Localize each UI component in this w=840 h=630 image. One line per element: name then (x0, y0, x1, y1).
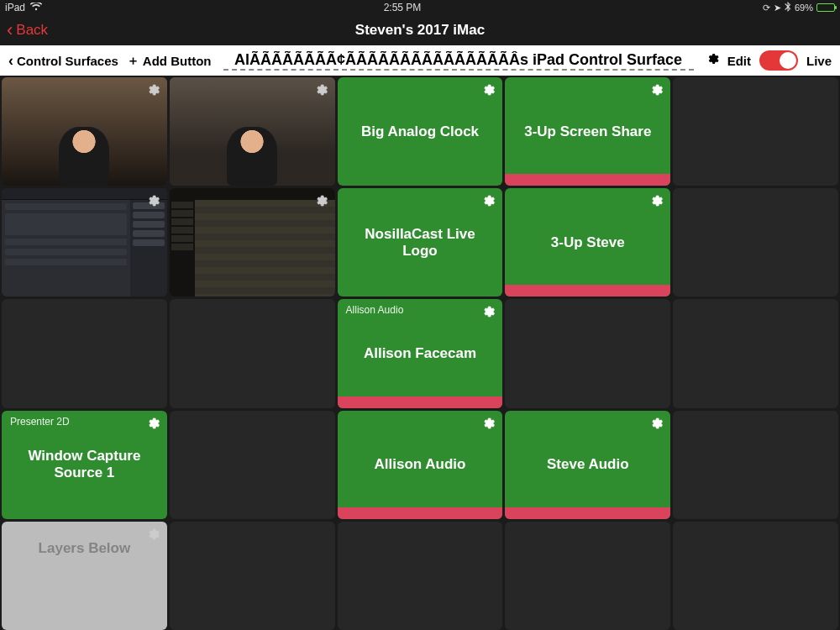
tile-label: Big Analog Clock (338, 77, 503, 186)
empty-slot[interactable] (673, 299, 838, 407)
empty-slot[interactable] (673, 522, 838, 630)
steve-audio-tile[interactable]: Steve Audio (505, 411, 670, 519)
battery-icon (816, 3, 835, 12)
empty-slot[interactable] (170, 411, 335, 519)
3up-steve-tile[interactable]: 3-Up Steve (505, 188, 670, 297)
back-button[interactable]: ‹ Back (7, 15, 48, 45)
big-analog-clock-tile[interactable]: Big Analog Clock (338, 77, 503, 186)
tile-label: Window Capture Source 1 (2, 411, 167, 519)
chevron-left-icon: ‹ (8, 52, 13, 70)
device-label: iPad (5, 2, 25, 13)
back-label: Back (16, 22, 48, 39)
nosillacast-live-logo-tile[interactable]: NosillaCast Live Logo (338, 188, 503, 297)
orientation-lock-icon: ⟳ (763, 3, 770, 13)
gear-icon[interactable] (480, 82, 496, 97)
allison-audio-tile[interactable]: Allison Audio (338, 411, 503, 519)
battery-pct: 69% (795, 3, 813, 13)
gear-icon[interactable] (313, 82, 328, 97)
gear-icon[interactable] (145, 527, 160, 542)
tile-label: Allison Audio (338, 411, 503, 519)
location-icon: ➤ (774, 3, 781, 13)
clock: 2:55 PM (384, 2, 422, 13)
tile-label: NosillaCast Live Logo (338, 188, 503, 297)
tile-status-bar (505, 285, 670, 297)
layers-below-tile[interactable]: Layers Below (2, 522, 167, 630)
3up-screen-share-tile[interactable]: 3-Up Screen Share (505, 77, 670, 186)
window-capture-tile[interactable]: Presenter 2DWindow Capture Source 1 (2, 411, 167, 519)
empty-slot[interactable] (338, 522, 503, 630)
video-tile-1[interactable] (2, 77, 167, 186)
gear-icon[interactable] (648, 82, 664, 97)
gear-icon[interactable] (648, 193, 664, 208)
gear-icon[interactable] (145, 416, 160, 431)
empty-slot[interactable] (673, 188, 838, 297)
empty-slot[interactable] (170, 299, 335, 407)
add-button-label: Add Button (143, 54, 212, 68)
empty-slot[interactable] (673, 411, 838, 519)
allison-facecam-tile[interactable]: Allison AudioAllison Facecam (338, 299, 503, 407)
empty-slot[interactable] (673, 77, 838, 186)
add-button[interactable]: ＋ Add Button (127, 53, 212, 69)
nav-bar: ‹ Back Steven's 2017 iMac (0, 15, 840, 45)
gear-icon[interactable] (648, 416, 664, 431)
empty-slot[interactable] (170, 522, 335, 630)
plus-icon: ＋ (127, 53, 139, 69)
tile-label: 3-Up Screen Share (505, 77, 670, 186)
control-surfaces-back-button[interactable]: ‹ Control Surfaces (8, 52, 118, 70)
live-label: Live (806, 54, 832, 68)
tile-label: 3-Up Steve (505, 188, 670, 297)
discord-tile[interactable] (2, 188, 167, 297)
surface-settings-button[interactable] (706, 52, 719, 69)
bluetooth-icon (785, 2, 791, 13)
empty-slot[interactable] (505, 522, 670, 630)
control-surfaces-label: Control Surfaces (17, 54, 118, 68)
video-tile-2[interactable] (170, 77, 335, 186)
live-toggle[interactable] (759, 50, 798, 71)
toolbar: ‹ Control Surfaces ＋ Add Button AlÃÃÃÃÃÃ… (0, 45, 840, 76)
chevron-left-icon: ‹ (7, 21, 13, 39)
tile-grid: Big Analog Clock3-Up Screen ShareNosilla… (0, 76, 840, 630)
wifi-icon (30, 2, 42, 13)
tile-status-bar (338, 396, 503, 408)
edit-label: Edit (727, 54, 751, 68)
surface-name-field[interactable]: AlÃÃÃÃÃÃÃÃ¢ÃÃÃÃÃÃÃÃÃÃÃÃÃÃÃÂs iPad Contro… (223, 51, 694, 71)
gear-icon[interactable] (480, 193, 496, 208)
tile-status-bar (338, 507, 503, 519)
editor-tile[interactable] (170, 188, 335, 297)
tile-label: Layers Below (2, 522, 167, 630)
tile-label: Allison Facecam (338, 299, 503, 407)
page-title: Steven's 2017 iMac (355, 22, 485, 39)
ios-status-bar: iPad 2:55 PM ⟳ ➤ 69% (0, 0, 840, 15)
gear-icon[interactable] (480, 304, 496, 319)
gear-icon[interactable] (145, 82, 160, 97)
gear-icon[interactable] (313, 193, 328, 208)
gear-icon[interactable] (480, 416, 496, 431)
empty-slot[interactable] (2, 299, 167, 407)
tile-label: Steve Audio (505, 411, 670, 519)
tile-status-bar (505, 174, 670, 186)
gear-icon[interactable] (145, 193, 160, 208)
tile-status-bar (505, 507, 670, 519)
empty-slot[interactable] (505, 299, 670, 407)
